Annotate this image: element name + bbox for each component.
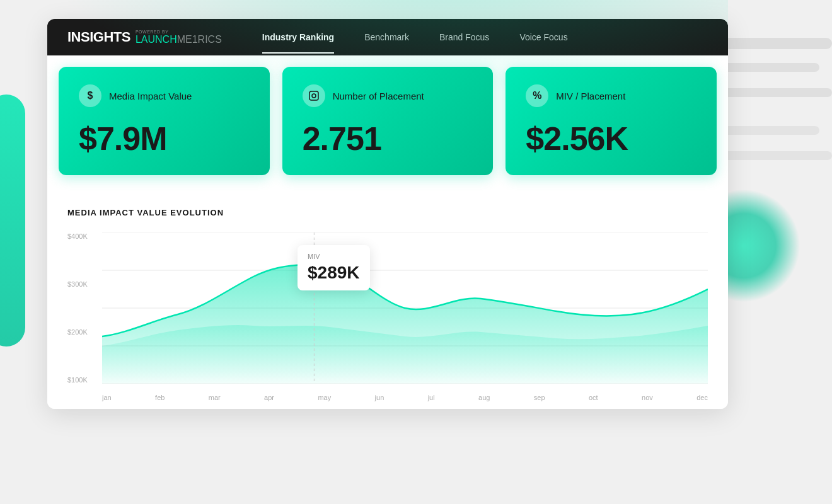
chart-container: $100K $200K $300K $400K bbox=[67, 232, 708, 409]
logo-powered-by-text: powered by bbox=[136, 30, 222, 34]
top-bar: INSIGHTS powered by LAUNCHME1RICS Indust… bbox=[47, 19, 728, 55]
x-label-dec: dec bbox=[696, 394, 708, 401]
x-label-jan: jan bbox=[102, 394, 112, 401]
x-label-apr: apr bbox=[264, 394, 274, 401]
y-label-200k: $200K bbox=[67, 328, 99, 336]
x-label-jun: jun bbox=[375, 394, 384, 401]
y-label-300k: $300K bbox=[67, 280, 99, 288]
miv-placement-label: MIV / Placement bbox=[556, 91, 625, 101]
metric-card-placements: Number of Placement 2.751 bbox=[282, 67, 494, 175]
x-label-aug: aug bbox=[478, 394, 490, 401]
nav-item-benchmark[interactable]: Benchmark bbox=[349, 21, 424, 54]
logo-insights-text: INSIGHTS bbox=[67, 29, 130, 45]
svg-rect-0 bbox=[309, 91, 318, 100]
metric-card-miv: $ Media Impact Value $7.9M bbox=[59, 67, 270, 175]
chart-svg-wrapper: MIV $289K bbox=[102, 232, 708, 384]
chart-tooltip: MIV $289K bbox=[298, 245, 370, 290]
x-axis: jan feb mar apr may jun jul aug sep oct … bbox=[102, 386, 708, 409]
x-label-sep: sep bbox=[534, 394, 545, 401]
metric-miv-header: $ Media Impact Value bbox=[79, 84, 250, 107]
x-label-oct: oct bbox=[589, 394, 598, 401]
chart-section: MEDIA IMPACT VALUE EVOLUTION $100K $200K… bbox=[47, 185, 728, 409]
x-label-nov: nov bbox=[642, 394, 653, 401]
nav-item-industry-ranking[interactable]: Industry Ranking bbox=[247, 21, 349, 54]
svg-point-1 bbox=[312, 94, 316, 98]
metrics-row: $ Media Impact Value $7.9M Number of Pla… bbox=[52, 67, 723, 175]
metric-placements-header: Number of Placement bbox=[303, 84, 473, 107]
metric-miv-placement-header: % MIV / Placement bbox=[526, 84, 696, 107]
placements-value: 2.751 bbox=[303, 122, 473, 155]
miv-placement-icon: % bbox=[526, 84, 548, 107]
main-nav: Industry Ranking Benchmark Brand Focus V… bbox=[247, 21, 583, 54]
x-label-jul: jul bbox=[428, 394, 435, 401]
miv-value: $7.9M bbox=[79, 122, 250, 155]
logo-powered-area: powered by LAUNCHME1RICS bbox=[136, 30, 222, 45]
nav-item-brand-focus[interactable]: Brand Focus bbox=[424, 21, 504, 54]
miv-icon: $ bbox=[79, 84, 101, 107]
y-label-100k: $100K bbox=[67, 376, 99, 384]
bg-decoration-right-mid1 bbox=[719, 63, 819, 72]
y-label-400k: $400K bbox=[67, 232, 99, 240]
logo: INSIGHTS powered by LAUNCHME1RICS bbox=[67, 29, 222, 45]
x-label-may: may bbox=[318, 394, 331, 401]
miv-placement-value: $2.56K bbox=[526, 122, 696, 155]
bg-decoration-left bbox=[0, 94, 25, 346]
tooltip-label: MIV bbox=[308, 253, 360, 260]
chart-title: MEDIA IMPACT VALUE EVOLUTION bbox=[67, 208, 708, 217]
metric-card-miv-placement: % MIV / Placement $2.56K bbox=[506, 67, 717, 175]
chart-svg bbox=[102, 232, 708, 384]
nav-item-voice-focus[interactable]: Voice Focus bbox=[504, 21, 582, 54]
main-card: INSIGHTS powered by LAUNCHME1RICS Indust… bbox=[47, 19, 728, 409]
placements-label: Number of Placement bbox=[333, 91, 424, 101]
x-label-mar: mar bbox=[209, 394, 221, 401]
miv-label: Media Impact Value bbox=[109, 91, 192, 101]
bg-decoration-right-mid3 bbox=[719, 126, 819, 135]
x-label-feb: feb bbox=[155, 394, 165, 401]
logo-launchmetrics-text: LAUNCHME1RICS bbox=[136, 34, 222, 45]
y-axis: $100K $200K $300K $400K bbox=[67, 232, 99, 384]
placements-icon bbox=[303, 84, 325, 107]
tooltip-value: $289K bbox=[308, 263, 360, 283]
